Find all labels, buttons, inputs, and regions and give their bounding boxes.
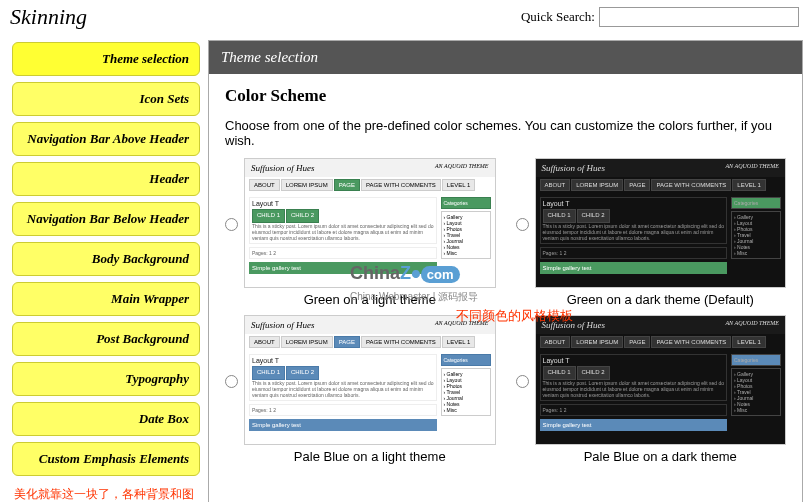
main-header: Theme selection [209, 41, 802, 74]
scheme-radio[interactable] [225, 375, 238, 388]
main-panel: Theme selection Color Scheme Choose from… [208, 40, 803, 502]
search-label: Quick Search: [521, 9, 595, 25]
scheme-thumbnail[interactable]: Suffusion of HuesAN AQUOID THEME ABOUTLO… [244, 315, 496, 445]
scheme-thumbnail[interactable]: Suffusion of HuesAN AQUOID THEME ABOUTLO… [535, 158, 787, 288]
nav-post-background[interactable]: Post Background [12, 322, 200, 356]
page-title: Skinning [10, 4, 87, 30]
nav-icon-sets[interactable]: Icon Sets [12, 82, 200, 116]
nav-typography[interactable]: Typography [12, 362, 200, 396]
watermark-brand-a: China [350, 263, 400, 283]
nav-bar-below-header[interactable]: Navigation Bar Below Header [12, 202, 200, 236]
sidebar: Theme selection Icon Sets Navigation Bar… [6, 34, 206, 502]
watermark-suffix: com [421, 266, 460, 283]
watermark: ChinaZ•com China Webmaster | 源码报导 [350, 258, 478, 304]
section-description: Choose from one of the pre-defined color… [225, 118, 786, 148]
scheme-radio[interactable] [516, 218, 529, 231]
nav-bar-above-header[interactable]: Navigation Bar Above Header [12, 122, 200, 156]
search-input[interactable] [599, 7, 799, 27]
scheme-caption: Pale Blue on a dark theme [535, 449, 787, 464]
scheme-thumbnail[interactable]: Suffusion of HuesAN AQUOID THEME ABOUTLO… [535, 315, 787, 445]
watermark-sub: China Webmaster | 源码报导 [350, 290, 478, 304]
scheme-caption: Pale Blue on a light theme [244, 449, 496, 464]
nav-main-wrapper[interactable]: Main Wrapper [12, 282, 200, 316]
nav-theme-selection[interactable]: Theme selection [12, 42, 200, 76]
search-wrap: Quick Search: [521, 7, 799, 27]
nav-custom-emphasis[interactable]: Custom Emphasis Elements [12, 442, 200, 476]
scheme-radio[interactable] [516, 375, 529, 388]
sidebar-note: 美化就靠这一块了，各种背景和图标等都在此处，慢慢摸索吧 [6, 482, 206, 502]
annotation-text: 不同颜色的风格模板 [456, 307, 573, 325]
section-title: Color Scheme [225, 86, 786, 106]
scheme-caption: Green on a dark theme (Default) [535, 292, 787, 307]
nav-date-box[interactable]: Date Box [12, 402, 200, 436]
watermark-brand-b: Z [400, 263, 411, 283]
scheme-radio[interactable] [225, 218, 238, 231]
nav-header[interactable]: Header [12, 162, 200, 196]
nav-body-background[interactable]: Body Background [12, 242, 200, 276]
